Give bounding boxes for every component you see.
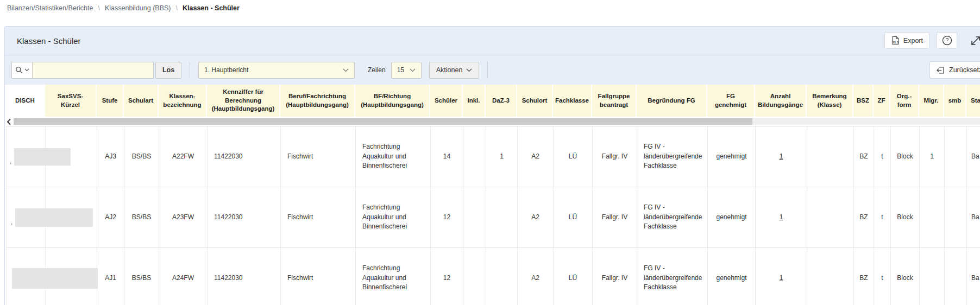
rows-label: Zeilen: [368, 66, 386, 74]
table-row: AJ1BS/BSA24FW11422030FischwirtFachrichtu…: [6, 248, 980, 305]
cell-bf_richtung: Fachrichtung Aquakultur und Binnenfische…: [356, 248, 431, 305]
cell-kennziffer: 11422030: [208, 126, 281, 187]
cell-schueler: 14: [431, 126, 463, 187]
cell-fallgruppe_beantragt: Fallgr. IV: [593, 126, 637, 187]
column-header-sta[interactable]: Sta: [966, 85, 980, 117]
horizontal-scrollbar[interactable]: [6, 117, 980, 126]
column-header-schueler[interactable]: Schüler: [430, 85, 463, 117]
cell-inkl: [463, 126, 486, 187]
svg-text:XLS: XLS: [893, 41, 899, 44]
column-header-bf_richtung[interactable]: BF/Richtung (Hauptbildungsgang): [355, 85, 430, 117]
table-row: AJ3BS/BSA22FW11422030FischwirtFachrichtu…: [6, 126, 980, 187]
breadcrumb: Bilanzen/Statistiken/Berichte \ Klassenb…: [0, 0, 980, 16]
chevron-down-icon: [343, 68, 349, 72]
cell-migr: [920, 187, 945, 247]
chevron-down-icon: [410, 68, 416, 72]
report-select[interactable]: 1. Hauptbericht: [198, 62, 355, 79]
report-toolbar: Los 1. Hauptbericht Zeilen 15 Aktionen: [5, 55, 980, 85]
column-header-stufe[interactable]: Stufe: [97, 85, 124, 117]
cell-orgform: Block: [891, 187, 920, 247]
cell-bemerkung_klasse: [807, 126, 854, 187]
cell-anzahl_bildungsgaenge: 1: [756, 126, 807, 187]
rows-select[interactable]: 15: [391, 62, 422, 79]
column-header-beruf_fachrichtung[interactable]: Beruf/Fachrichtung (Hauptbildungsgang): [280, 85, 355, 117]
cell-klassenbezeichnung: A22FW: [159, 126, 208, 187]
table-header-row: DISCHSaxSVS- KürzelStufeSchulartKlassen-…: [6, 85, 980, 117]
table-row: AJ2BS/BSA23FW11422030FischwirtFachrichtu…: [6, 187, 980, 248]
go-button[interactable]: Los: [155, 62, 181, 79]
cell-schueler: 12: [431, 187, 463, 247]
xls-file-icon: XLS: [891, 36, 900, 45]
search-input[interactable]: [32, 62, 154, 79]
cell-begruendung_fg: FG IV - länderübergreifende Fachklasse: [637, 187, 708, 247]
column-header-saxsvs_kuerzel[interactable]: SaxSVS- Kürzel: [45, 85, 97, 117]
column-header-fachklasse[interactable]: Fachklasse: [553, 85, 592, 117]
svg-text:?: ?: [945, 37, 948, 43]
column-header-zf[interactable]: ZF: [874, 85, 890, 117]
cell-bf_richtung: Fachrichtung Aquakultur und Binnenfische…: [356, 126, 431, 187]
breadcrumb-separator: \: [176, 4, 178, 12]
column-header-schulart[interactable]: Schulart: [124, 85, 159, 117]
column-header-anzahl_bildungsgaenge[interactable]: Anzahl Bildungsgänge: [755, 85, 807, 117]
column-header-begruendung_fg[interactable]: Begründung FG: [637, 85, 707, 117]
column-header-schulort[interactable]: Schulort: [517, 85, 553, 117]
reset-button[interactable]: Zurücksetzen: [929, 61, 980, 79]
toolbar-divider: [190, 62, 190, 78]
cell-schueler: 12: [431, 248, 463, 305]
cell-daz3: [486, 187, 518, 247]
bildungsgaenge-link[interactable]: 1: [780, 213, 783, 222]
help-button[interactable]: ?: [937, 32, 957, 49]
column-header-bsz[interactable]: BSZ: [853, 85, 874, 117]
cell-klassenbezeichnung: A23FW: [159, 187, 208, 247]
column-header-migr[interactable]: Migr.: [919, 85, 944, 117]
column-header-orgform[interactable]: Org.- form: [890, 85, 919, 117]
cell-schulort: A2: [518, 248, 554, 305]
cell-anzahl_bildungsgaenge: 1: [756, 187, 807, 247]
column-header-smb[interactable]: smb: [944, 85, 966, 117]
bildungsgaenge-link[interactable]: 1: [780, 152, 783, 161]
cell-fg_genehmigt: genehmigt: [708, 126, 756, 187]
cell-beruf_fachrichtung: Fischwirt: [281, 126, 356, 187]
bildungsgaenge-link[interactable]: 1: [780, 274, 783, 283]
cell-zf: t: [874, 126, 891, 187]
reset-icon: [936, 66, 945, 74]
column-header-bemerkung_klasse[interactable]: Bemerkung (Klasse): [807, 85, 853, 117]
cell-migr: [920, 248, 945, 305]
redacted-value: [14, 148, 71, 166]
column-header-fg_genehmigt[interactable]: FG genehmigt: [707, 85, 755, 117]
breadcrumb-item-klassenbildung[interactable]: Klassenbildung (BBS): [105, 4, 171, 12]
cell-schulart: BS/BS: [124, 187, 159, 247]
column-header-klassenbezeichnung[interactable]: Klassen- bezeichnung: [159, 85, 207, 117]
cell-klassenbezeichnung: A24FW: [159, 248, 208, 305]
rows-select-value: 15: [397, 66, 404, 74]
scrollbar-thumb[interactable]: [14, 118, 752, 125]
column-header-daz3[interactable]: DaZ-3: [486, 85, 517, 117]
column-header-fallgruppe_beantragt[interactable]: Fallgruppe beantragt: [592, 85, 637, 117]
column-header-inkl[interactable]: Inkl.: [463, 85, 486, 117]
expand-icon[interactable]: [970, 35, 980, 47]
redacted-value: [12, 268, 98, 289]
cell-bemerkung_klasse: [807, 248, 854, 305]
search-options-button[interactable]: [11, 62, 32, 79]
column-header-disch[interactable]: DISCH: [6, 85, 45, 117]
cell-anzahl_bildungsgaenge: 1: [756, 248, 807, 305]
cell-fallgruppe_beantragt: Fallgr. IV: [593, 187, 637, 247]
export-button[interactable]: XLS Export: [884, 32, 929, 49]
cell-inkl: [463, 248, 486, 305]
actions-menu-button[interactable]: Aktionen: [429, 62, 480, 79]
cell-zf: t: [874, 187, 891, 247]
chevron-down-icon: [466, 68, 472, 72]
help-icon: ?: [942, 35, 952, 46]
cell-daz3: 1: [486, 126, 518, 187]
cell-fachklasse: LÜ: [554, 187, 593, 247]
column-header-kennziffer[interactable]: Kennziffer für Berechnung (Hauptbildungs…: [207, 85, 280, 117]
breadcrumb-item-bilanzen[interactable]: Bilanzen/Statistiken/Berichte: [7, 4, 93, 12]
cell-fg_genehmigt: genehmigt: [708, 187, 756, 247]
table-body: AJ3BS/BSA22FW11422030FischwirtFachrichtu…: [6, 126, 980, 305]
cell-fallgruppe_beantragt: Fallgr. IV: [593, 248, 637, 305]
report-panel: Klassen - Schüler XLS Export ?: [4, 26, 980, 305]
search-icon: [15, 66, 23, 74]
cell-fg_genehmigt: genehmigt: [708, 248, 756, 305]
panel-header: Klassen - Schüler XLS Export ?: [5, 27, 980, 55]
cell-smb: [945, 248, 967, 305]
